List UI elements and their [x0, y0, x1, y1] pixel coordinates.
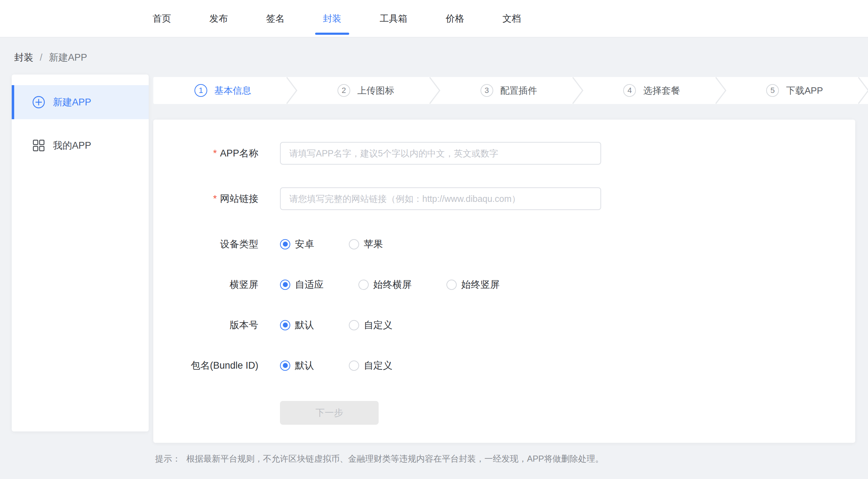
nav-item-home[interactable]: 首页	[153, 0, 171, 37]
basic-info-form-card: * APP名称 * 网站链接 设备类型 安卓 苹果 横竖	[153, 120, 855, 443]
radio-dot	[349, 360, 359, 371]
sidebar-item-new-app[interactable]: 新建APP	[12, 85, 149, 119]
orientation-label: 横竖屏	[153, 278, 280, 291]
radio-label: 始终竖屏	[461, 278, 500, 291]
bundle-id-label: 包名(Bundle ID)	[153, 359, 280, 372]
step-label: 选择套餐	[643, 84, 680, 97]
nav-item-docs[interactable]: 文档	[502, 0, 521, 37]
nav-item-label: 签名	[266, 12, 285, 25]
version-radio-group: 默认 自定义	[280, 319, 427, 331]
step-separator-chevron	[857, 77, 868, 104]
radio-label: 自适应	[295, 278, 324, 291]
nav-item-sign[interactable]: 签名	[266, 0, 285, 37]
radio-always-landscape[interactable]: 始终横屏	[358, 278, 412, 291]
breadcrumb-current: 新建APP	[49, 51, 87, 64]
nav-item-package[interactable]: 封装	[323, 0, 341, 37]
nav-item-publish[interactable]: 发布	[209, 0, 228, 37]
app-name-input[interactable]	[280, 142, 601, 165]
step-number-badge: 3	[480, 84, 493, 97]
field-label-text: APP名称	[220, 147, 258, 160]
field-label-text: 设备类型	[220, 238, 258, 250]
radio-bundle-default[interactable]: 默认	[280, 359, 314, 372]
grid-icon	[32, 139, 45, 152]
radio-dot	[280, 239, 290, 249]
radio-dot	[446, 280, 457, 290]
top-nav: 首页 发布 签名 封装 工具箱 价格 文档	[0, 0, 868, 38]
radio-version-custom[interactable]: 自定义	[349, 319, 392, 331]
form-row-device-type: 设备类型 安卓 苹果	[153, 235, 855, 253]
platform-rule-tip: 提示： 根据最新平台规则，不允许区块链虚拟币、金融理财类等违规内容在平台封装，一…	[155, 453, 604, 464]
breadcrumb: 封装 / 新建APP	[14, 51, 87, 64]
field-label-text: 包名(Bundle ID)	[191, 359, 258, 372]
step-label: 配置插件	[500, 84, 537, 97]
nav-item-toolbox[interactable]: 工具箱	[380, 0, 407, 37]
radio-dot	[349, 320, 359, 330]
step-label: 上传图标	[357, 84, 394, 97]
step-label: 下载APP	[786, 84, 823, 97]
sidebar-item-label: 新建APP	[53, 96, 91, 109]
step-separator-chevron	[715, 77, 727, 104]
tip-prefix: 提示：	[155, 453, 181, 464]
radio-ios[interactable]: 苹果	[349, 238, 383, 250]
radio-android[interactable]: 安卓	[280, 238, 314, 250]
required-asterisk: *	[213, 193, 217, 204]
form-row-version: 版本号 默认 自定义	[153, 316, 855, 334]
radio-dot	[349, 239, 359, 249]
version-label: 版本号	[153, 319, 280, 331]
breadcrumb-section[interactable]: 封装	[14, 51, 33, 64]
device-type-radio-group: 安卓 苹果	[280, 238, 418, 250]
sidebar: 新建APP 我的APP	[12, 75, 149, 431]
next-step-button[interactable]: 下一步	[280, 401, 379, 425]
radio-version-default[interactable]: 默认	[280, 319, 314, 331]
site-url-label: * 网站链接	[153, 192, 280, 205]
radio-label: 默认	[295, 359, 314, 372]
radio-label: 默认	[295, 319, 314, 331]
step-separator-chevron	[286, 77, 298, 104]
field-label-text: 网站链接	[220, 192, 258, 205]
radio-bundle-custom[interactable]: 自定义	[349, 359, 392, 372]
step-number-badge: 1	[194, 84, 207, 97]
site-url-input[interactable]	[280, 187, 601, 210]
step-download-app: 5 下载APP	[725, 77, 868, 104]
step-number-badge: 4	[623, 84, 636, 97]
radio-always-portrait[interactable]: 始终竖屏	[446, 278, 500, 291]
app-name-label: * APP名称	[153, 147, 280, 160]
form-row-orientation: 横竖屏 自适应 始终横屏 始终竖屏	[153, 275, 855, 294]
radio-label: 自定义	[364, 359, 392, 372]
step-number-badge: 5	[766, 84, 779, 97]
field-label-text: 横竖屏	[230, 278, 258, 291]
radio-label: 苹果	[364, 238, 383, 250]
radio-dot	[280, 320, 290, 330]
device-type-label: 设备类型	[153, 238, 280, 250]
radio-label: 自定义	[364, 319, 392, 331]
nav-item-label: 发布	[209, 12, 228, 25]
step-basic-info: 1 基本信息	[153, 77, 296, 104]
step-choose-plan: 4 选择套餐	[582, 77, 725, 104]
step-configure-plugins: 3 配置插件	[439, 77, 582, 104]
sidebar-item-my-apps[interactable]: 我的APP	[12, 128, 149, 163]
step-separator-chevron	[572, 77, 584, 104]
nav-item-price[interactable]: 价格	[446, 0, 464, 37]
bundle-id-radio-group: 默认 自定义	[280, 359, 427, 372]
radio-auto-adapt[interactable]: 自适应	[280, 278, 324, 291]
radio-dot	[280, 280, 290, 290]
radio-label: 安卓	[295, 238, 314, 250]
step-separator-chevron	[429, 77, 441, 104]
form-row-bundle-id: 包名(Bundle ID) 默认 自定义	[153, 356, 855, 375]
radio-dot	[358, 280, 369, 290]
step-label: 基本信息	[214, 84, 251, 97]
nav-item-label: 封装	[323, 12, 341, 25]
step-upload-icon: 2 上传图标	[296, 77, 439, 104]
plus-circle-icon	[32, 96, 45, 109]
step-wizard: 1 基本信息 2 上传图标 3 配置插件 4 选择套餐 5 下载APP	[153, 77, 868, 104]
nav-item-label: 文档	[502, 12, 521, 25]
tip-text: 根据最新平台规则，不允许区块链虚拟币、金融理财类等违规内容在平台封装，一经发现，…	[186, 453, 604, 464]
form-row-app-name: * APP名称	[153, 142, 855, 165]
sidebar-item-label: 我的APP	[53, 139, 91, 152]
radio-dot	[280, 360, 290, 371]
required-asterisk: *	[213, 148, 217, 159]
breadcrumb-separator: /	[40, 52, 43, 63]
field-label-text: 版本号	[230, 319, 258, 331]
radio-label: 始终横屏	[373, 278, 412, 291]
form-row-site-url: * 网站链接	[153, 187, 855, 210]
